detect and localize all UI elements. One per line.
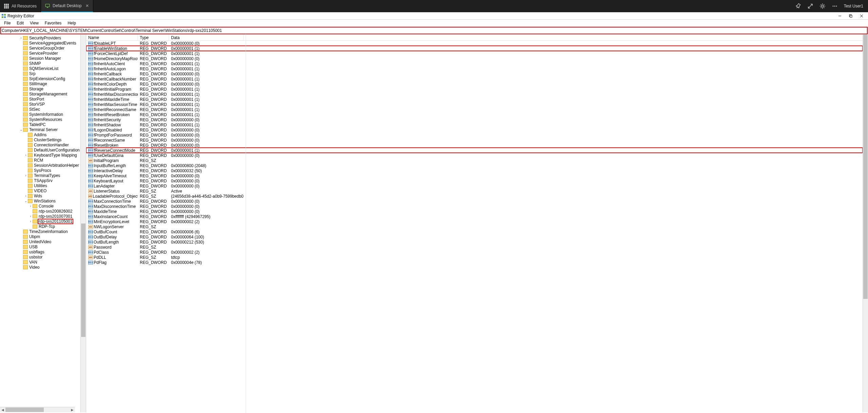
tree-node[interactable]: SystemResources bbox=[0, 117, 80, 122]
chevron-down-icon[interactable]: ⌄ bbox=[19, 128, 23, 131]
chevron-right-icon[interactable]: › bbox=[24, 174, 28, 177]
tree-node[interactable]: TSAppSrv bbox=[0, 178, 80, 183]
tree-node[interactable]: Utilities bbox=[0, 183, 80, 188]
tree-node[interactable]: ⌄WinStations bbox=[0, 198, 80, 203]
tree-node[interactable]: ⌄Terminal Server bbox=[0, 127, 80, 132]
tree-node[interactable]: Srp bbox=[0, 71, 80, 76]
tree-vertical-scrollbar[interactable] bbox=[80, 35, 86, 412]
value-row[interactable]: 011fForceClientLptDefREG_DWORD0x00000001… bbox=[86, 51, 863, 56]
chevron-right-icon[interactable]: › bbox=[19, 36, 23, 40]
tree-node[interactable]: ›Wds bbox=[0, 193, 80, 198]
value-row[interactable]: 011fInheritMaxIdleTimeREG_DWORD0x0000000… bbox=[86, 97, 863, 102]
value-row[interactable]: 011OutBufCountREG_DWORD0x00000006 (6) bbox=[86, 229, 863, 234]
chevron-right-icon[interactable]: › bbox=[24, 153, 28, 157]
pin-icon[interactable] bbox=[795, 3, 801, 9]
chevron-down-icon[interactable]: ⌄ bbox=[24, 199, 28, 203]
tree-node[interactable]: AddIns bbox=[0, 132, 80, 137]
value-row[interactable]: 011fInheritAutoClientREG_DWORD0x00000001… bbox=[86, 61, 863, 66]
tree-node[interactable]: Session Manager bbox=[0, 56, 80, 61]
tree-node[interactable]: ConnectionHandler bbox=[0, 142, 80, 147]
tree-node[interactable]: ›rdp-sxs201105001 bbox=[0, 219, 80, 224]
menu-favorites[interactable]: Favorites bbox=[42, 20, 64, 26]
tree-node[interactable]: SrpExtensionConfig bbox=[0, 76, 80, 81]
value-row[interactable]: 011fInheritMaxSessionTimeREG_DWORD0x0000… bbox=[86, 102, 863, 107]
value-row[interactable]: 011fInheritResetBrokenREG_DWORD0x0000000… bbox=[86, 112, 863, 117]
maximize-button[interactable] bbox=[846, 13, 856, 19]
value-row[interactable]: 011fInheritShadowREG_DWORD0x00000001 (1) bbox=[86, 122, 863, 127]
desktop-tab[interactable]: Default Desktop ✕ bbox=[41, 0, 93, 12]
tree-node[interactable]: SNMP bbox=[0, 61, 80, 66]
scroll-left-icon[interactable]: ◄ bbox=[0, 408, 5, 412]
value-row[interactable]: 011fUseDefaultGinaREG_DWORD0x00000000 (0… bbox=[86, 153, 863, 158]
tree-node[interactable]: VIDEO bbox=[0, 188, 80, 193]
list-vertical-scrollbar[interactable] bbox=[863, 35, 868, 412]
tree-node[interactable]: StorVSP bbox=[0, 102, 80, 107]
value-row[interactable]: 011LanAdapterREG_DWORD0x00000000 (0) bbox=[86, 183, 863, 188]
value-row[interactable]: 011fInheritCallbackNumberREG_DWORD0x0000… bbox=[86, 76, 863, 82]
value-row[interactable]: 011PdClassREG_DWORD0x00000002 (2) bbox=[86, 250, 863, 255]
chevron-right-icon[interactable]: › bbox=[29, 204, 33, 208]
tree-node[interactable]: ›SecurityProviders bbox=[0, 35, 80, 40]
tree-node[interactable]: TimeZoneInformation bbox=[0, 229, 80, 234]
value-row[interactable]: 011MaxIdleTimeREG_DWORD0x00000000 (0) bbox=[86, 209, 863, 214]
value-row[interactable]: 011fInheritColorDepthREG_DWORD0x00000000… bbox=[86, 82, 863, 87]
menu-view[interactable]: View bbox=[27, 20, 41, 26]
value-row[interactable]: 011fLogonDisabledREG_DWORD0x00000000 (0) bbox=[86, 127, 863, 132]
value-row[interactable]: 011fReverseConnectModeREG_DWORD0x0000000… bbox=[86, 148, 863, 153]
value-row[interactable]: abInitialProgramREG_SZ bbox=[86, 158, 863, 163]
value-row[interactable]: 011InteractiveDelayREG_DWORD0x00000032 (… bbox=[86, 168, 863, 173]
tree-node[interactable]: SQMServiceList bbox=[0, 66, 80, 71]
value-row[interactable]: abLoadableProtocol_ObjectREG_SZ{24656d38… bbox=[86, 194, 863, 199]
value-list[interactable]: 011fDisableLPTREG_DWORD0x00000000 (0)011… bbox=[86, 41, 863, 265]
value-row[interactable]: 011fInheritCallbackREG_DWORD0x00000000 (… bbox=[86, 71, 863, 76]
expand-icon[interactable] bbox=[807, 3, 813, 9]
value-row[interactable]: abPasswordREG_SZ bbox=[86, 245, 863, 250]
close-icon[interactable]: ✕ bbox=[86, 3, 89, 8]
tree-node[interactable]: rdp-sxs200826002 bbox=[0, 209, 80, 214]
value-row[interactable]: 011PdFlagREG_DWORD0x0000004e (78) bbox=[86, 260, 863, 265]
menu-edit[interactable]: Edit bbox=[14, 20, 26, 26]
user-label[interactable]: Test User1 bbox=[844, 4, 863, 8]
tree-node[interactable]: ›rdp-sxs201007001 bbox=[0, 214, 80, 219]
value-row[interactable]: abPdDLLREG_SZtdtcp bbox=[86, 255, 863, 260]
minimize-button[interactable] bbox=[835, 13, 845, 19]
value-row[interactable]: 011KeepAliveTimeoutREG_DWORD0x00000000 (… bbox=[86, 173, 863, 178]
chevron-right-icon[interactable]: › bbox=[29, 214, 33, 218]
tree-node[interactable]: StillImage bbox=[0, 81, 80, 86]
tree-node[interactable]: ServiceGroupOrder bbox=[0, 46, 80, 51]
tree-node[interactable]: ›Console bbox=[0, 203, 80, 209]
tree-node[interactable]: SystemInformation bbox=[0, 112, 80, 117]
more-icon[interactable] bbox=[832, 3, 838, 9]
tree-horizontal-scrollbar[interactable]: ◄ ► bbox=[0, 407, 75, 412]
value-row[interactable]: 011MinEncryptionLevelREG_DWORD0x00000002… bbox=[86, 219, 863, 224]
value-row[interactable]: 011fResetBrokenREG_DWORD0x00000000 (0) bbox=[86, 143, 863, 148]
value-row[interactable]: 011MaxConnectionTimeREG_DWORD0x00000000 … bbox=[86, 199, 863, 204]
tree-node[interactable]: ClusterSettings bbox=[0, 137, 80, 142]
column-type[interactable]: Type bbox=[138, 35, 169, 40]
column-name[interactable]: Name bbox=[86, 35, 138, 40]
gear-icon[interactable] bbox=[819, 3, 826, 9]
tree-node[interactable]: DefaultUserConfiguration bbox=[0, 147, 80, 152]
value-row[interactable]: 011KeyboardLayoutREG_DWORD0x00000000 (0) bbox=[86, 178, 863, 183]
chevron-right-icon[interactable]: › bbox=[29, 219, 33, 223]
tree-node[interactable]: SysProcs bbox=[0, 168, 80, 173]
tree-node[interactable]: RDP-Tcp bbox=[0, 224, 80, 229]
tree-node[interactable]: StorageManagement bbox=[0, 91, 80, 96]
value-row[interactable]: 011InputBufferLengthREG_DWORD0x00000800 … bbox=[86, 163, 863, 168]
value-row[interactable]: 011fInheritAutoLogonREG_DWORD0x00000001 … bbox=[86, 66, 863, 71]
column-data[interactable]: Data bbox=[169, 35, 244, 40]
tree-node[interactable]: SessionArbitrationHelper bbox=[0, 163, 80, 168]
tree-node[interactable]: USB bbox=[0, 244, 80, 249]
value-row[interactable]: 011fDisableLPTREG_DWORD0x00000000 (0) bbox=[86, 41, 863, 46]
all-resources-tab[interactable]: All Resources bbox=[0, 0, 41, 12]
registry-tree[interactable]: ›SecurityProvidersServiceAggregatedEvent… bbox=[0, 35, 80, 270]
close-button[interactable] bbox=[856, 13, 867, 19]
value-row[interactable]: 011fHomeDirectoryMapRootREG_DWORD0x00000… bbox=[86, 56, 863, 61]
menu-file[interactable]: File bbox=[1, 20, 13, 26]
value-row[interactable]: 011OutBufDelayREG_DWORD0x00000064 (100) bbox=[86, 234, 863, 239]
value-row[interactable]: 011fReconnectSameREG_DWORD0x00000000 (0) bbox=[86, 138, 863, 143]
tree-node[interactable]: RCM bbox=[0, 158, 80, 163]
value-row[interactable]: 011fInheritMaxDisconnectionTimeREG_DWORD… bbox=[86, 92, 863, 97]
tree-node[interactable]: UnitedVideo bbox=[0, 239, 80, 244]
menu-help[interactable]: Help bbox=[65, 20, 79, 26]
